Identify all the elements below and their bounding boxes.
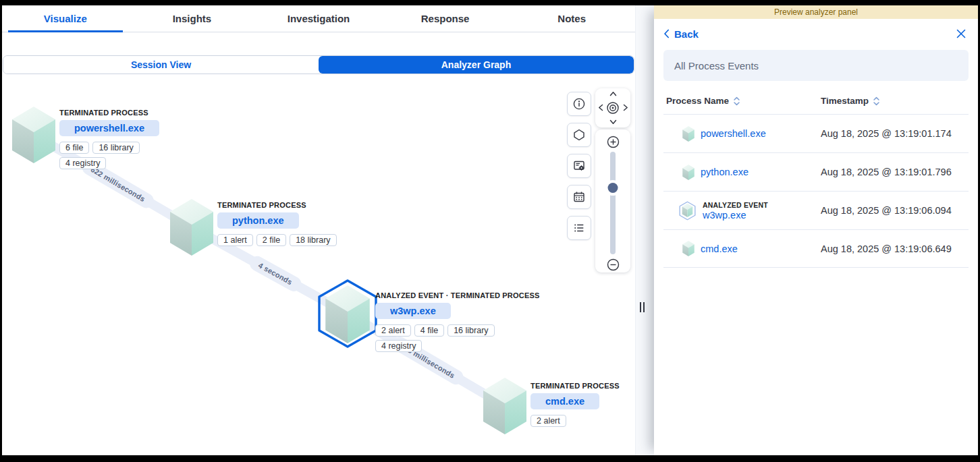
process-name-link[interactable]: python.exe — [701, 167, 748, 177]
center-camera-button[interactable] — [605, 100, 620, 115]
tab-response[interactable]: Response — [382, 5, 509, 32]
process-node-powershell[interactable]: TERMINATED PROCESS powershell.exe 6 file… — [12, 107, 55, 166]
detail-tabs: Visualize Insights Investigation Respons… — [2, 5, 635, 32]
date-picker-button[interactable] — [567, 185, 591, 209]
process-node-w3wp-selected[interactable]: ANALYZED EVENT · TERMINATED PROCESS w3wp… — [314, 278, 381, 352]
pan-right-button[interactable] — [623, 104, 628, 111]
process-name-link[interactable]: powershell.exe — [701, 128, 766, 139]
process-node-python[interactable]: TERMINATED PROCESS python.exe 1 alert 2 … — [170, 199, 213, 258]
node-badge: 16 library — [92, 142, 139, 154]
process-cube-icon — [682, 126, 695, 142]
timestamp-value: Aug 18, 2025 @ 13:19:01.796 — [821, 167, 952, 177]
tab-insights[interactable]: Insights — [129, 5, 256, 32]
analyzer-graph-button[interactable]: Analyzer Graph — [319, 56, 634, 74]
node-badge: 1 alert — [217, 234, 253, 246]
process-cube-icon — [682, 241, 695, 256]
edge-duration-label: 4 seconds — [247, 254, 304, 294]
timestamp-value: Aug 18, 2025 @ 13:19:01.174 — [821, 128, 952, 139]
process-cube-icon[interactable] — [325, 285, 370, 343]
info-icon — [572, 97, 586, 111]
node-badge: 2 alert — [530, 415, 566, 427]
node-badge: 18 library — [290, 234, 336, 246]
table-row: powershell.exe Aug 18, 2025 @ 13:19:01.1… — [663, 114, 969, 152]
node-state-label: TERMINATED PROCESS — [217, 201, 366, 209]
source-config-button[interactable] — [567, 154, 591, 178]
tab-visualize[interactable]: Visualize — [2, 5, 129, 32]
visualize-pane: 622 milliseconds 4 seconds 555 milliseco… — [2, 5, 635, 455]
zoom-slider-thumb[interactable] — [608, 183, 618, 193]
process-cube-icon[interactable] — [483, 378, 526, 434]
column-header-timestamp[interactable]: Timestamp — [821, 96, 880, 106]
pan-down-button[interactable] — [609, 119, 617, 125]
process-name-link[interactable]: cmd.exe — [701, 243, 738, 254]
zoom-slider[interactable] — [610, 152, 616, 254]
zoom-out-button[interactable] — [605, 257, 620, 272]
process-cube-icon — [682, 165, 695, 180]
back-button[interactable]: Back — [663, 28, 699, 40]
resizer-grab-handle[interactable] — [640, 302, 645, 312]
process-cube-icon[interactable] — [12, 107, 55, 163]
process-cube-icon[interactable] — [170, 199, 213, 256]
schema-info-button[interactable] — [567, 123, 591, 147]
table-row: python.exe Aug 18, 2025 @ 13:19:01.796 — [663, 152, 969, 191]
zoom-control — [595, 129, 630, 272]
node-badge: 4 file — [414, 324, 444, 337]
process-events-table: Process Name Timestamp — [663, 89, 969, 268]
app-frame: 622 milliseconds 4 seconds 555 milliseco… — [2, 5, 978, 455]
view-toggle-group: Session View Analyzer Graph — [3, 55, 634, 74]
node-name-button[interactable]: w3wp.exe — [375, 303, 451, 319]
table-row: cmd.exe Aug 18, 2025 @ 13:19:06.649 — [663, 229, 969, 268]
pan-up-button[interactable] — [609, 91, 617, 96]
sort-icon — [873, 96, 880, 106]
analyzed-event-label: ANALYZED EVENT — [703, 201, 768, 209]
node-state-label: TERMINATED PROCESS — [59, 109, 184, 117]
zoom-in-button[interactable] — [605, 134, 620, 149]
panel-resizer[interactable] — [635, 5, 654, 455]
hexagon-icon — [572, 128, 586, 142]
chevron-left-icon — [663, 29, 670, 38]
node-state-label: ANALYZED EVENT · TERMINATED PROCESS — [375, 291, 551, 299]
tab-investigation[interactable]: Investigation — [255, 5, 382, 32]
document-gear-icon — [572, 159, 586, 173]
process-name-link[interactable]: w3wp.exe — [703, 210, 768, 221]
node-badge: 4 registry — [375, 340, 422, 352]
close-panel-button[interactable] — [955, 28, 967, 40]
process-node-cmd[interactable]: TERMINATED PROCESS cmd.exe 2 alert — [483, 378, 526, 437]
node-legend-button[interactable] — [567, 92, 591, 116]
node-state-label: TERMINATED PROCESS — [530, 382, 635, 390]
node-badge: 2 alert — [375, 324, 411, 337]
column-header-process-name[interactable]: Process Name — [663, 96, 821, 106]
calendar-icon — [572, 190, 586, 204]
node-name-button[interactable]: cmd.exe — [530, 393, 599, 409]
session-view-button[interactable]: Session View — [3, 56, 319, 74]
node-name-button[interactable]: powershell.exe — [59, 120, 159, 136]
tab-notes[interactable]: Notes — [508, 5, 635, 32]
analyzed-event-hexagon-cube-icon — [678, 201, 697, 221]
node-badge: 4 registry — [59, 157, 106, 169]
timestamp-value: Aug 18, 2025 @ 13:19:06.094 — [821, 205, 952, 216]
preview-analyzer-panel: Preview analyzer panel Back All Process … — [654, 5, 978, 455]
sort-icon — [733, 96, 740, 106]
node-name-button[interactable]: python.exe — [217, 212, 299, 229]
close-icon — [956, 29, 966, 38]
node-badge: 2 file — [256, 234, 286, 246]
node-badge: 6 file — [59, 142, 89, 154]
timestamp-value: Aug 18, 2025 @ 13:19:06.649 — [821, 243, 952, 254]
node-badge: 16 library — [447, 324, 494, 337]
pan-left-button[interactable] — [598, 104, 603, 111]
pan-control — [595, 88, 630, 127]
events-list-button[interactable] — [567, 216, 591, 240]
panel-title: All Process Events — [663, 50, 969, 81]
preview-banner: Preview analyzer panel — [654, 5, 978, 19]
list-icon — [572, 221, 586, 235]
table-row-analyzed-event: ANALYZED EVENT w3wp.exe Aug 18, 2025 @ 1… — [663, 191, 969, 229]
